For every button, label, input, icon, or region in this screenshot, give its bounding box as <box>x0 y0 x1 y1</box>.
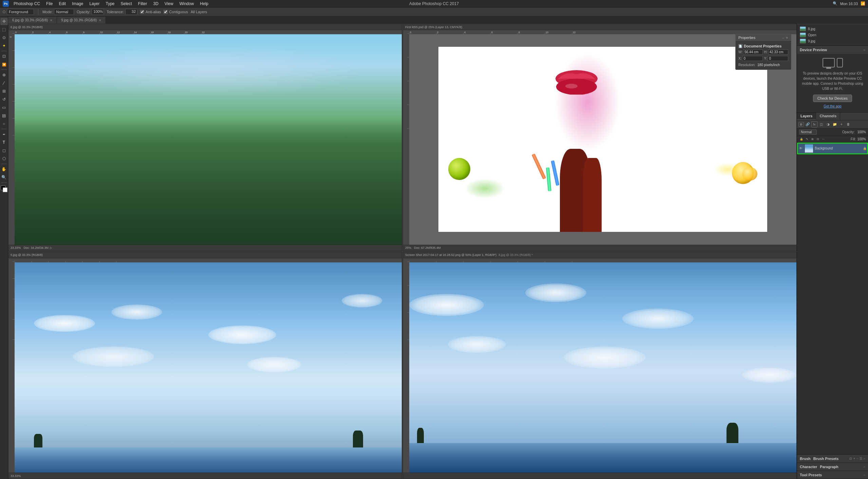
opacity-input[interactable]: 100% <box>92 9 104 15</box>
menu-file[interactable]: File <box>43 1 55 7</box>
character-label[interactable]: Character <box>800 465 817 469</box>
toolbar-divider-2 <box>1 69 7 70</box>
menu-photoshop[interactable]: Photoshop CC <box>11 1 43 7</box>
brush-icon-1[interactable]: ⊡ <box>849 457 852 460</box>
menu-help[interactable]: Help <box>197 1 211 7</box>
magic-wand-tool[interactable]: ✦ <box>0 42 8 49</box>
menu-3d[interactable]: 3D <box>151 1 161 7</box>
layers-mask-icon[interactable]: ◫ <box>818 121 824 127</box>
layers-delete-icon[interactable]: 🗑 <box>845 121 851 127</box>
character-panel-icons: – <box>864 465 865 468</box>
layer-lock-icon[interactable]: 🔒 <box>863 146 867 151</box>
hand-tool[interactable]: ✋ <box>0 165 8 173</box>
type-tool[interactable]: T <box>0 139 8 146</box>
layers-folder-icon[interactable]: 📁 <box>832 121 838 127</box>
layer-eye-icon[interactable]: 👁 <box>798 146 803 151</box>
tab-6jpg[interactable]: 6.jpg @ 33.3% (RGB/8) ✕ <box>8 16 57 24</box>
marquee-tool[interactable]: ⬚ <box>0 26 8 33</box>
menu-wifi-icon: 📶 <box>861 1 865 6</box>
background-swatch[interactable] <box>3 187 7 192</box>
menu-view[interactable]: View <box>162 1 176 7</box>
menu-window[interactable]: Window <box>177 1 197 7</box>
mode-dropdown[interactable]: Normal <box>54 9 74 15</box>
move-tool[interactable]: ✛ <box>0 18 8 25</box>
brush-minimize-icon[interactable]: – <box>864 457 865 460</box>
layers-tab[interactable]: Layers <box>797 113 816 120</box>
menu-image[interactable]: Image <box>69 1 86 7</box>
menu-select[interactable]: Select <box>118 1 134 7</box>
contiguous-checkbox[interactable] <box>164 10 168 14</box>
menu-search-icon[interactable]: 🔍 <box>833 1 837 6</box>
layers-artboard-icon[interactable]: ⊡ <box>815 137 820 142</box>
layers-link-icon[interactable]: 🔗 <box>805 121 811 127</box>
pane3-ruler-h-svg <box>15 258 402 262</box>
shape-tool[interactable]: ⬠ <box>0 155 8 162</box>
opacity-value: 100% <box>857 130 866 134</box>
get-app-link[interactable]: Get the app <box>824 104 841 108</box>
layers-lock-pos-icon[interactable]: ✎ <box>805 137 809 142</box>
tab-9jpg-close[interactable]: ✕ <box>99 19 101 22</box>
layers-lock-all-icon[interactable]: 🔒 <box>799 137 804 142</box>
tab-6jpg-close[interactable]: ✕ <box>50 19 53 22</box>
all-layers-label: All Layers <box>191 10 207 14</box>
tool-presets-minimize-icon[interactable]: – <box>864 473 865 477</box>
svg-text:6: 6 <box>491 31 493 34</box>
menu-filter[interactable]: Filter <box>135 1 150 7</box>
pane4-ruler-h-svg <box>409 258 796 262</box>
eraser-tool[interactable]: ▭ <box>0 104 8 111</box>
brush-icon-4[interactable]: ☰ <box>860 457 862 460</box>
stamp-tool[interactable]: ⊞ <box>0 87 8 95</box>
svg-text:0: 0 <box>15 31 17 34</box>
layer-background[interactable]: 👁 Background 🔒 <box>797 143 868 154</box>
layers-lock-pixel-icon[interactable]: ⊞ <box>810 137 815 142</box>
brush-icon-3[interactable]: – <box>856 457 858 460</box>
pane4-image-area <box>409 262 796 473</box>
svg-rect-49 <box>403 30 409 245</box>
layers-adj-icon[interactable]: ◑ <box>825 121 831 127</box>
svg-text:16: 16 <box>151 31 154 34</box>
menu-layer[interactable]: Layer <box>87 1 102 7</box>
path-select-tool[interactable]: ◻ <box>0 147 8 154</box>
blend-mode-dropdown[interactable]: Normal <box>799 129 817 135</box>
prop-doc-label: Document Properties <box>744 44 781 48</box>
check-for-devices-button[interactable]: Check for Devices <box>813 95 852 102</box>
lasso-tool[interactable]: ⊙ <box>0 34 8 41</box>
tool-presets-label[interactable]: Tool Presets <box>800 473 822 477</box>
history-item-9jpg[interactable]: 9.jpg <box>797 38 868 44</box>
menu-type[interactable]: Type <box>103 1 117 7</box>
pane4-title: Screen Shot 2017-04-17 at 16.28.52.png @… <box>405 253 496 257</box>
history-brush-tool[interactable]: ↺ <box>0 96 8 103</box>
tab-9jpg[interactable]: 9.jpg @ 33.3% (RGB/8) ✕ <box>57 16 106 24</box>
device-icons-container <box>800 58 865 67</box>
brush-tool[interactable]: ∕ <box>0 79 8 87</box>
zoom-tool[interactable]: 🔍 <box>0 174 8 181</box>
menu-edit[interactable]: Edit <box>56 1 69 7</box>
eyedropper-tool[interactable]: 🔽 <box>0 61 8 68</box>
brush-presets-label[interactable]: Brush Presets <box>813 457 839 461</box>
history-item-open[interactable]: Open <box>797 32 868 38</box>
gradient-tool[interactable]: ▤ <box>0 112 8 119</box>
brush-label[interactable]: Brush <box>800 457 811 461</box>
layers-more-icon[interactable]: ⋯ <box>821 137 826 142</box>
layers-new-icon[interactable]: + <box>838 121 845 127</box>
layers-fx-icon[interactable]: fx <box>811 121 817 127</box>
tool-mode-dropdown[interactable]: Foreground <box>7 9 34 15</box>
pen-tool[interactable]: ✒ <box>0 131 8 138</box>
healing-tool[interactable]: ⊕ <box>0 71 8 79</box>
svg-text:10: 10 <box>546 31 548 34</box>
pane3-ruler-h <box>15 258 402 262</box>
brush-icon-2[interactable]: + <box>853 457 855 460</box>
crop-tool[interactable]: ⊡ <box>0 53 8 60</box>
layers-filter-icon[interactable]: ⊞ <box>798 122 804 127</box>
properties-minimize-icon[interactable]: – <box>782 36 784 40</box>
properties-close-icon[interactable]: ✕ <box>786 36 788 40</box>
history-item-8jpg[interactable]: 8.jpg <box>797 26 868 32</box>
paragraph-label[interactable]: Paragraph <box>820 465 838 469</box>
fg-bg-swatches[interactable] <box>1 185 7 192</box>
anti-alias-checkbox[interactable] <box>140 10 144 14</box>
channels-tab[interactable]: Channels <box>816 113 840 120</box>
tolerance-input[interactable]: 32 <box>125 9 137 15</box>
character-minimize-icon[interactable]: – <box>864 465 865 468</box>
device-preview-minimize-icon[interactable]: – <box>863 48 865 52</box>
dodge-tool[interactable]: ○ <box>0 120 8 127</box>
